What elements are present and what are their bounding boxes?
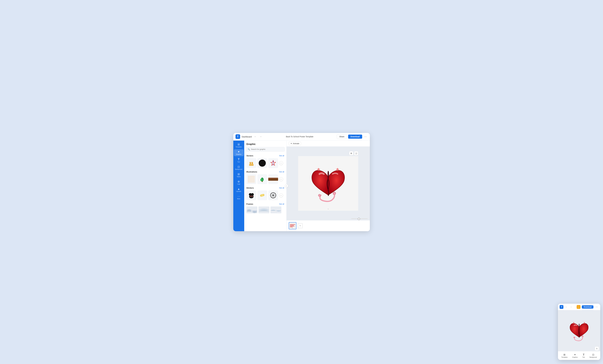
secondary-nav-templates[interactable]: ⊞ Templates	[560, 353, 569, 359]
vector-star[interactable]	[268, 158, 278, 168]
uploads-icon: ▲	[237, 188, 240, 190]
slide-thumbnail-1[interactable]: 1	[289, 222, 296, 229]
stickers-next-btn[interactable]: ›	[279, 193, 283, 197]
zoom-slider[interactable]	[351, 218, 368, 219]
download-button[interactable]: Download	[348, 135, 362, 139]
main-window: T Dashboard ← → Back To School Poster Te…	[233, 133, 370, 231]
redo-button[interactable]: →	[259, 135, 263, 138]
svg-rect-17	[268, 180, 278, 180]
illustrations-title: Illustrations	[246, 171, 257, 173]
app-logo: T	[235, 134, 240, 139]
canvas-actions: ⊞ ❑	[349, 151, 358, 155]
sidebar-label-text: Text	[237, 161, 240, 163]
svg-rect-3	[250, 162, 250, 163]
undo-button[interactable]: ←	[253, 135, 257, 138]
canvas-chevron: ⌄	[327, 207, 329, 210]
dashboard-title: Dashboard	[242, 136, 252, 138]
tables-icon: ⊞	[238, 173, 240, 175]
frame-1[interactable]	[246, 206, 257, 213]
svg-point-23	[252, 196, 253, 197]
vectors-see-all[interactable]: See all	[279, 155, 284, 157]
secondary-nav-graphics[interactable]: ✦ Graphics	[571, 353, 579, 359]
stickers-items: ›	[244, 190, 286, 202]
sidebar-label-logo: Logo	[237, 183, 240, 185]
canvas-toolbar: ✦ Animate	[287, 141, 370, 147]
sidebar-item-tables[interactable]: ⊞ Tables	[234, 172, 244, 179]
vectors-title: Vectors	[246, 155, 253, 157]
secondary-redo-button[interactable]: →	[569, 305, 573, 308]
duplicate-button[interactable]: ❑	[354, 151, 358, 155]
secondary-background-label: Background	[590, 356, 597, 358]
logo-icon: ⊕	[238, 180, 240, 183]
search-box[interactable]: 🔍	[246, 147, 285, 152]
sidebar-item-more[interactable]: ⋯ More	[234, 194, 244, 201]
slide-number: 1	[292, 228, 293, 229]
sidebar: ⊞ Templates ✦ Graphics T Text ⊡ Backgrou…	[233, 141, 244, 231]
frames-title: Frames	[246, 203, 253, 205]
topbar: T Dashboard ← → Back To School Poster Te…	[233, 133, 370, 141]
sidebar-item-text[interactable]: T Text	[234, 157, 244, 164]
secondary-download-button[interactable]: Download	[582, 305, 593, 308]
frame-2[interactable]	[258, 206, 269, 213]
search-icon: 🔍	[248, 148, 250, 150]
illustration-plant[interactable]	[257, 174, 267, 184]
svg-rect-11	[248, 176, 255, 183]
svg-point-36	[318, 194, 321, 196]
secondary-bottom-bar: ⊞ Templates ✦ Graphics T Text ⊡ Backgrou…	[558, 351, 600, 360]
zoom-bar	[351, 218, 368, 219]
graphics-icon: ✦	[238, 150, 240, 153]
svg-point-42	[574, 337, 575, 338]
sidebar-item-templates[interactable]: ⊞ Templates	[234, 142, 244, 149]
illustration-dots[interactable]	[246, 174, 256, 184]
animate-icon: ✦	[290, 142, 292, 145]
canvas-slide: ⊞ ❑	[298, 156, 358, 211]
animate-button[interactable]: ✦ Animate	[289, 142, 301, 145]
secondary-undo-button[interactable]: ←	[565, 305, 568, 308]
secondary-text-icon: T	[583, 353, 584, 356]
sidebar-item-background[interactable]: ⊡ Background	[234, 164, 244, 171]
vectors-next-btn[interactable]: ›	[279, 161, 283, 165]
secondary-nav-background[interactable]: ⊡ Background	[589, 353, 598, 359]
vector-black-circle[interactable]	[257, 158, 267, 168]
vector-sandcastle[interactable]	[246, 158, 256, 168]
sidebar-label-graphics: Graphics	[236, 154, 241, 155]
frames-items	[244, 206, 286, 215]
collapse-panel-button[interactable]: ‹	[285, 184, 288, 188]
svg-rect-33	[318, 168, 319, 171]
sidebar-item-uploads[interactable]: ▲ Uploads	[234, 186, 244, 193]
svg-rect-6	[252, 162, 253, 163]
illustration-wood[interactable]	[268, 174, 278, 184]
illustrations-next-btn[interactable]: ›	[279, 177, 283, 181]
frame-3[interactable]	[270, 206, 281, 213]
more-icon: ⋯	[237, 195, 240, 198]
project-title: Back To School Poster Template	[286, 136, 313, 138]
sidebar-item-logo[interactable]: ⊕ Logo	[234, 179, 244, 186]
crown-badge: 👑	[577, 305, 580, 309]
secondary-heart-illustration	[567, 318, 591, 343]
share-button[interactable]: Share	[337, 135, 347, 139]
secondary-graphics-icon: ✦	[574, 353, 576, 356]
search-input[interactable]	[251, 148, 283, 150]
frames-see-all[interactable]: See all	[279, 203, 284, 205]
secondary-nav-text[interactable]: T Text	[581, 353, 586, 359]
canvas-viewport[interactable]: ⊞ ❑	[287, 147, 370, 220]
sticker-wheel[interactable]	[268, 190, 278, 200]
sticker-bandage[interactable]	[257, 190, 267, 200]
more-options-button[interactable]: ⋯	[363, 135, 368, 139]
secondary-topbar: T ← → 👑 Download ⋯	[558, 304, 600, 310]
stickers-see-all[interactable]: See all	[279, 187, 284, 189]
sticker-mickey[interactable]	[246, 190, 256, 200]
sidebar-item-graphics[interactable]: ✦ Graphics	[234, 149, 244, 156]
stickers-section-header: Stickers See all	[244, 186, 286, 190]
add-slide-button[interactable]: +	[298, 223, 303, 228]
svg-point-21	[249, 195, 253, 198]
background-icon: ⊡	[238, 165, 240, 168]
illustrations-see-all[interactable]: See all	[279, 171, 284, 173]
secondary-more-button[interactable]: ⋯	[595, 305, 599, 309]
panel-title: Graphic	[244, 141, 286, 147]
frames-section-header: Frames See all	[244, 202, 286, 206]
canvas-area: ✦ Animate ⊞ ❑	[287, 141, 370, 231]
topbar-center: Back To School Poster Template	[264, 136, 335, 138]
sidebar-label-more: More	[237, 198, 240, 200]
expand-button[interactable]: ⊞	[349, 151, 353, 155]
